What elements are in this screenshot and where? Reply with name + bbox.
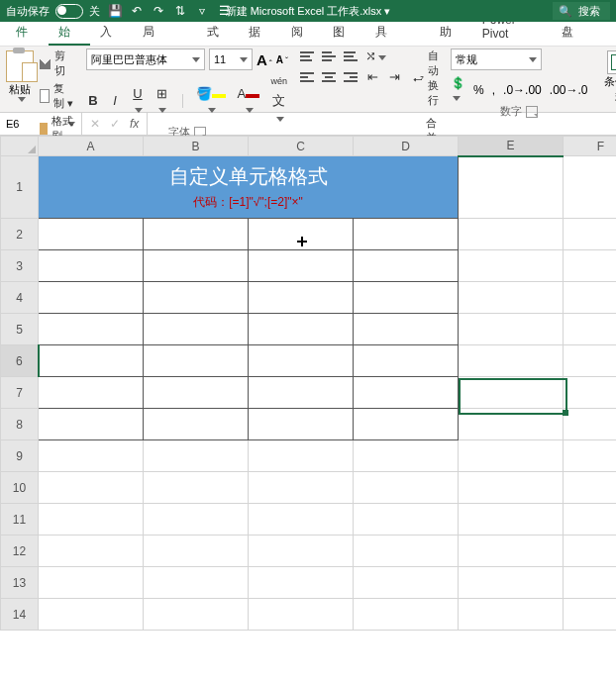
cell-d13[interactable] [354,567,459,599]
cell-d6[interactable] [354,345,459,377]
copy-button[interactable]: 复制 ▾ [40,81,74,111]
cell-b4[interactable] [144,282,249,314]
cell-f12[interactable] [564,536,617,567]
cell-c5[interactable] [249,314,354,345]
cell-a13[interactable] [39,567,144,599]
cell-c4[interactable] [249,282,354,314]
fill-color-button[interactable]: 🪣 [195,86,228,116]
cell-e7[interactable] [459,377,564,409]
underline-button[interactable]: U [130,86,146,116]
conditional-formatting-button[interactable]: 条件格式 [600,49,617,109]
cell-d11[interactable] [354,504,459,536]
row-header-13[interactable]: 13 [1,567,39,599]
cell-e10[interactable] [459,472,564,504]
cell-f6[interactable] [564,345,617,377]
cell-b13[interactable] [144,567,249,599]
row-header-5[interactable]: 5 [1,314,39,345]
cell-a8[interactable] [39,409,144,440]
cell-c11[interactable] [249,504,354,536]
cell-f3[interactable] [564,250,617,282]
align-left-button[interactable] [300,72,314,82]
cell-b11[interactable] [144,504,249,536]
cell-a12[interactable] [39,536,144,567]
cell-d12[interactable] [354,536,459,567]
cell-b7[interactable] [144,377,249,409]
cell-f13[interactable] [564,567,617,599]
indent-dec-button[interactable]: ⇤ [365,69,379,84]
cell-a9[interactable] [39,440,144,472]
font-name-combo[interactable]: 阿里巴巴普惠体 [86,49,205,70]
row-header-3[interactable]: 3 [1,250,39,282]
cell-c9[interactable] [249,440,354,472]
cell-d14[interactable] [354,599,459,631]
font-color-button[interactable]: A [236,86,262,116]
italic-button[interactable]: I [108,93,122,108]
border-button[interactable]: ⊞ [154,86,170,116]
cell-f11[interactable] [564,504,617,536]
align-middle-button[interactable] [322,51,336,61]
row-header-4[interactable]: 4 [1,282,39,314]
cell-e14[interactable] [459,599,564,631]
cell-f5[interactable] [564,314,617,345]
cell-e5[interactable] [459,314,564,345]
search-box[interactable]: 🔍 搜索 [553,2,610,20]
cell-c6[interactable] [249,345,354,377]
cell-d9[interactable] [354,440,459,472]
row-header-6[interactable]: 6 [1,345,39,377]
cell-d10[interactable] [354,472,459,504]
cell-d2[interactable] [354,219,459,250]
row-header-7[interactable]: 7 [1,377,39,409]
row-header-1[interactable]: 1 [1,156,39,219]
row-header-14[interactable]: 14 [1,599,39,631]
row-header-2[interactable]: 2 [1,219,39,250]
save-icon[interactable]: 💾 [108,4,122,18]
paste-button[interactable]: 粘贴 [6,49,34,144]
cell-f1[interactable] [564,156,617,219]
col-header-f[interactable]: F [564,137,617,156]
undo-icon[interactable]: ↶ [130,4,144,18]
cell-e13[interactable] [459,567,564,599]
cell-f9[interactable] [564,440,617,472]
phonetic-button[interactable]: wén文 [269,76,288,125]
select-all-corner[interactable] [1,137,39,156]
cell-e8[interactable] [459,409,564,440]
percent-button[interactable]: % [473,83,484,97]
cell-b5[interactable] [144,314,249,345]
cell-e11[interactable] [459,504,564,536]
cell-d3[interactable] [354,250,459,282]
cell-b6[interactable] [144,345,249,377]
row-header-10[interactable]: 10 [1,472,39,504]
align-center-button[interactable] [322,72,336,82]
align-right-button[interactable] [344,72,358,82]
chevron-down-icon[interactable] [529,57,537,62]
cell-c12[interactable] [249,536,354,567]
cell-a11[interactable] [39,504,144,536]
cell-b2[interactable] [144,219,249,250]
cell-c3[interactable] [249,250,354,282]
currency-button[interactable]: 💲 [451,76,465,104]
cell-d7[interactable] [354,377,459,409]
cell-a4[interactable] [39,282,144,314]
chevron-down-icon[interactable] [192,57,200,62]
row-header-11[interactable]: 11 [1,504,39,536]
col-header-e[interactable]: E [459,137,564,156]
col-header-c[interactable]: C [249,137,354,156]
cell-a6[interactable] [39,345,144,377]
cell-b14[interactable] [144,599,249,631]
cell-d5[interactable] [354,314,459,345]
redo-icon[interactable]: ↷ [152,4,165,18]
col-header-a[interactable]: A [39,137,144,156]
decrease-decimal-button[interactable]: .00→.0 [550,83,588,97]
filter-icon[interactable]: ▿ [195,4,209,18]
cell-f8[interactable] [564,409,617,440]
number-format-combo[interactable]: 常规 [451,49,542,70]
cell-f14[interactable] [564,599,617,631]
cell-a5[interactable] [39,314,144,345]
cell-b9[interactable] [144,440,249,472]
cell-e9[interactable] [459,440,564,472]
cell-a3[interactable] [39,250,144,282]
cell-c13[interactable] [249,567,354,599]
cell-a1-merged[interactable]: 自定义单元格格式 代码：[=1]"√";[=2]"×" [39,156,459,219]
orientation-button[interactable]: ⤭ [365,49,386,63]
cell-a2[interactable] [39,219,144,250]
